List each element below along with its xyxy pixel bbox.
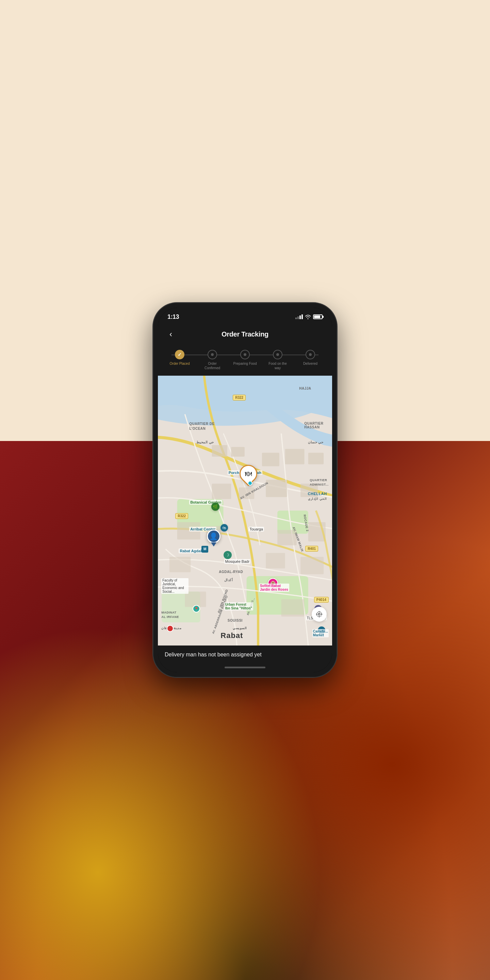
svg-rect-6	[231, 447, 245, 457]
home-bar	[224, 667, 266, 668]
step-label-delivered: Delivered	[303, 361, 318, 366]
home-indicator	[158, 664, 332, 672]
step-circle-delivered	[305, 350, 315, 360]
red-marker	[167, 625, 173, 632]
chellah-label: Chellah	[308, 492, 327, 496]
step-circle-order-confirmed	[208, 350, 217, 360]
step-order-placed: ✓ Order Placed	[163, 350, 196, 366]
svg-rect-7	[262, 453, 279, 466]
mosquee-badr-label: Mosquée Badr	[224, 559, 251, 564]
phone-outer: 1:13 ‹ Order	[153, 303, 337, 677]
step-circle-food-on-way	[273, 350, 282, 360]
quartier-admin-label: QUARTIERADMINIST...	[310, 478, 329, 487]
step-label-order-placed: Order Placed	[170, 361, 190, 366]
svg-rect-9	[308, 453, 324, 465]
r322-badge-top: R322	[233, 395, 246, 401]
svg-rect-19	[266, 553, 285, 568]
sofitel-label: Sofitel RabatJardin des Roses	[259, 584, 289, 592]
svg-rect-20	[301, 557, 324, 574]
checkmark-icon: ✓	[178, 352, 182, 357]
svg-rect-18	[169, 557, 191, 572]
rabat-city-label: Rabat	[221, 631, 243, 640]
restaurant-pin-icon: 🍽	[245, 469, 252, 477]
r401-badge: R401	[305, 546, 318, 552]
back-button[interactable]: ‹	[165, 328, 177, 340]
agdal-ryad-arabic: أكدال	[224, 578, 233, 582]
step-delivered: Delivered	[294, 350, 327, 366]
signal-icon	[295, 314, 303, 319]
touarga-label: Touarga	[248, 527, 264, 531]
location-teal-marker	[248, 481, 253, 485]
step-preparing-food: Preparing Food	[229, 350, 261, 366]
svg-rect-22	[281, 599, 304, 617]
madinat-label: MADINATAL IRFANE	[161, 611, 179, 619]
r322-badge-mid: R322	[175, 513, 188, 519]
botanical-garden-marker: 🌿	[211, 503, 220, 511]
step-circle-order-placed: ✓	[175, 350, 185, 360]
status-time: 1:13	[167, 313, 179, 321]
status-bar: 1:13	[158, 308, 332, 325]
battery-icon	[313, 314, 323, 319]
svg-rect-5	[212, 445, 227, 457]
step-circle-preparing-food	[240, 350, 250, 360]
header: ‹ Order Tracking	[158, 325, 332, 345]
quartier-ocean-label: QUARTIER DEL'OCEAN	[189, 422, 215, 431]
souissi-label: SOUISSI	[228, 619, 243, 622]
transit-marker: M	[202, 546, 208, 553]
mosque-marker: ☽	[224, 551, 232, 559]
svg-rect-12	[266, 480, 287, 497]
step-dot	[243, 353, 247, 356]
quartier-hassan-label: QUARTIERHASSAN	[304, 422, 323, 429]
svg-point-23	[318, 613, 320, 615]
svg-point-24	[317, 612, 322, 617]
rabat-agdal-label: Rabat Agdal	[179, 549, 202, 553]
phone-wrapper: 1:13 ‹ Order	[153, 303, 337, 677]
svg-rect-10	[212, 484, 231, 499]
step-food-on-way: Food on the way	[261, 350, 294, 370]
quartier-ocean-arabic: حي المحيط	[196, 440, 214, 444]
arribat-marker: 🛍	[221, 524, 228, 531]
faculty-label: Faculty of Juridical, Economic and Socia…	[161, 578, 189, 594]
quartier-hassan-arabic: حي حسان	[308, 440, 323, 444]
page-title: Order Tracking	[177, 331, 313, 338]
bottom-status-bar: Delivery man has not been assigned yet	[158, 646, 332, 664]
quartier-admin-arabic: الحي الإداري	[308, 497, 327, 501]
location-marker-2: 📍	[192, 605, 200, 614]
carrefour-label: Carrefo...Market	[312, 629, 329, 637]
location-button[interactable]	[312, 607, 327, 622]
step-dot	[276, 353, 279, 356]
user-pin-circle: 👤	[207, 530, 221, 543]
step-label-order-confirmed: Order Confirmed	[200, 361, 224, 370]
user-pin-tail	[211, 542, 216, 546]
progress-tracker: ✓ Order Placed Order Confirmed	[158, 345, 332, 375]
delivery-status-text: Delivery man has not been assigned yet	[165, 652, 262, 657]
phone-screen: 1:13 ‹ Order	[158, 308, 332, 672]
status-icons	[295, 314, 323, 319]
step-order-confirmed: Order Confirmed	[196, 350, 229, 370]
map-container[interactable]: QUARTIER DEL'OCEAN حي المحيط QUARTIERHAS…	[158, 375, 332, 646]
p4014-badge: P4014	[314, 597, 329, 603]
map-background: QUARTIER DEL'OCEAN حي المحيط QUARTIERHAS…	[158, 375, 332, 646]
step-dot	[211, 353, 214, 356]
step-dot	[309, 353, 312, 356]
svg-rect-21	[185, 592, 206, 607]
wifi-icon	[305, 314, 311, 319]
urban-forest-label: Urban ForestIbn Sina "Hilton"	[224, 602, 253, 611]
step-label-food-on-way: Food on the way	[266, 361, 290, 370]
hajja-label: HAJJA	[299, 387, 311, 390]
user-icon: 👤	[209, 532, 218, 540]
souissi-arabic: السويسي	[233, 627, 247, 630]
progress-steps: ✓ Order Placed Order Confirmed	[163, 350, 327, 370]
step-label-preparing-food: Preparing Food	[234, 361, 257, 366]
svg-rect-8	[285, 449, 305, 464]
agdal-ryad-label: AGDAL-RYAD	[219, 570, 243, 574]
